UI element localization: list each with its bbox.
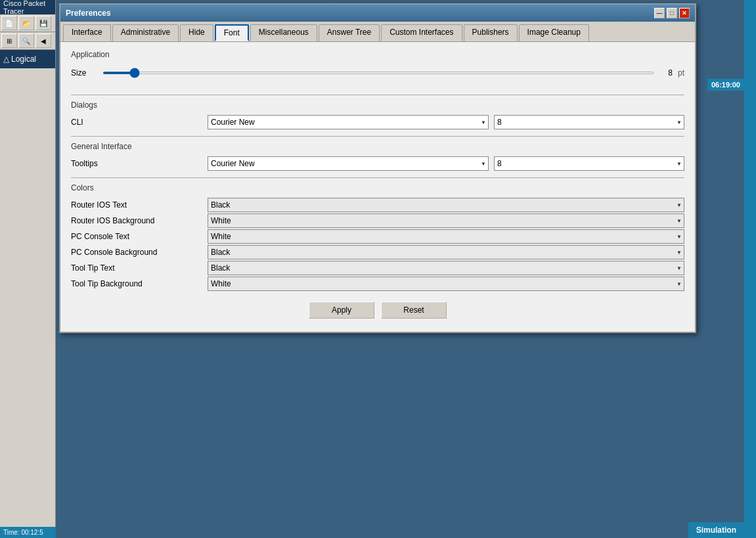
size-unit: pt <box>678 68 684 78</box>
pc-console-bg-row: PC Console Background Black White Red <box>71 245 684 259</box>
tooltip-text-label: Tool Tip Text <box>71 263 202 273</box>
dialog-title: Preferences <box>66 9 111 18</box>
colors-section: Router IOS Text Black White Red Router I… <box>71 198 684 291</box>
tab-interface[interactable]: Interface <box>63 24 111 41</box>
size-slider-row: Size 8 pt <box>71 64 684 88</box>
router-ios-text-label: Router IOS Text <box>71 200 202 210</box>
titlebar-buttons: — □ ✕ <box>654 8 690 18</box>
tooltip-bg-label: Tool Tip Background <box>71 279 202 288</box>
minimize-button[interactable]: — <box>654 8 665 18</box>
tab-hide[interactable]: Hide <box>180 24 213 41</box>
size-value: 8 <box>659 68 673 78</box>
dialog-titlebar: Preferences — □ ✕ <box>60 5 695 22</box>
reset-button[interactable]: Reset <box>381 302 447 319</box>
router-ios-text-select[interactable]: Black White Red <box>208 198 684 212</box>
divider-2 <box>71 136 684 137</box>
pc-console-bg-label: PC Console Background <box>71 248 202 257</box>
divider-3 <box>71 177 684 178</box>
divider-1 <box>71 95 684 95</box>
cli-size-wrapper: 8 9 10 12 <box>494 115 684 129</box>
router-ios-bg-wrapper: White Black Red <box>208 213 684 228</box>
size-slider[interactable] <box>102 72 654 74</box>
router-ios-text-wrapper: Black White Red <box>208 198 684 212</box>
general-interface-label: General Interface <box>71 142 684 151</box>
cli-label: CLI <box>71 118 202 127</box>
cli-font-select[interactable]: Courier New Arial Times New Roman <box>208 115 489 129</box>
pc-console-text-label: PC Console Text <box>71 232 202 241</box>
tooltips-font-wrapper: Courier New Arial Times New Roman <box>208 156 489 171</box>
tab-miscellaneous[interactable]: Miscellaneous <box>250 24 317 41</box>
pc-console-text-wrapper: White Black Red <box>208 229 684 244</box>
tooltips-row: Tooltips Courier New Arial Times New Rom… <box>71 156 684 171</box>
tab-font[interactable]: Font <box>215 24 249 41</box>
tooltips-size-wrapper: 8 9 10 12 <box>494 156 684 171</box>
preferences-dialog: Preferences — □ ✕ Interface Administrati… <box>59 3 696 333</box>
tooltip-text-row: Tool Tip Text Black White Red <box>71 261 684 275</box>
buttons-row: Apply Reset <box>71 302 684 324</box>
dialog-overlay: Preferences — □ ✕ Interface Administrati… <box>0 0 756 538</box>
tab-image-cleanup[interactable]: Image Cleanup <box>519 24 589 41</box>
pc-console-text-row: PC Console Text White Black Red <box>71 229 684 244</box>
pc-console-bg-wrapper: Black White Red <box>208 245 684 259</box>
apply-button[interactable]: Apply <box>309 302 374 319</box>
maximize-button[interactable]: □ <box>667 8 677 18</box>
cli-font-wrapper: Courier New Arial Times New Roman <box>208 115 489 129</box>
tooltip-text-wrapper: Black White Red <box>208 261 684 275</box>
close-button[interactable]: ✕ <box>679 8 690 18</box>
colors-section-label: Colors <box>71 183 684 192</box>
pc-console-text-select[interactable]: White Black Red <box>208 229 684 244</box>
tab-publishers[interactable]: Publishers <box>464 24 518 41</box>
router-ios-text-row: Router IOS Text Black White Red <box>71 198 684 212</box>
tooltip-text-select[interactable]: Black White Red <box>208 261 684 275</box>
pc-console-bg-select[interactable]: Black White Red <box>208 245 684 259</box>
tab-custom-interfaces[interactable]: Custom Interfaces <box>381 24 462 41</box>
application-section-label: Application <box>71 50 684 59</box>
dialogs-section-label: Dialogs <box>71 101 684 110</box>
tooltips-font-select[interactable]: Courier New Arial Times New Roman <box>208 156 489 171</box>
tooltip-bg-row: Tool Tip Background White Black Red <box>71 277 684 291</box>
size-label: Size <box>71 68 97 78</box>
tooltips-size-select[interactable]: 8 9 10 12 <box>494 156 684 171</box>
tab-administrative[interactable]: Administrative <box>112 24 179 41</box>
tab-answer-tree[interactable]: Answer Tree <box>319 24 380 41</box>
tabs-container: Interface Administrative Hide Font Misce… <box>60 22 695 42</box>
router-ios-bg-row: Router IOS Background White Black Red <box>71 213 684 228</box>
tooltip-bg-select[interactable]: White Black Red <box>208 277 684 291</box>
tooltips-label: Tooltips <box>71 159 202 168</box>
cli-row: CLI Courier New Arial Times New Roman 8 … <box>71 115 684 129</box>
tooltip-bg-wrapper: White Black Red <box>208 277 684 291</box>
router-ios-bg-label: Router IOS Background <box>71 216 202 225</box>
router-ios-bg-select[interactable]: White Black Red <box>208 213 684 228</box>
tab-content: Application Size 8 pt Dialogs CLI Courie… <box>60 42 695 332</box>
cli-size-select[interactable]: 8 9 10 12 <box>494 115 684 129</box>
